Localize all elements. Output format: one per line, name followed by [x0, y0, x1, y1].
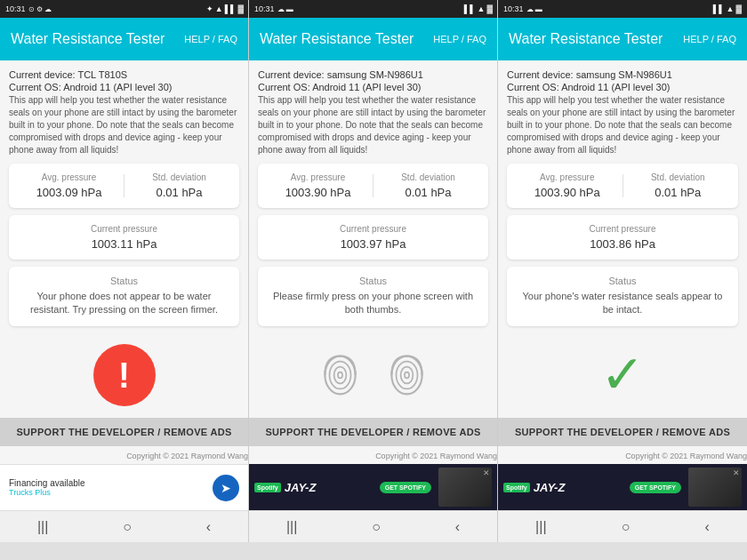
financing-title: Financing available [9, 478, 85, 488]
current-pressure-card-2: Current pressure 1003.97 hPa [258, 215, 488, 260]
ad-banner-3[interactable]: Spotify JAY-Z GET SPOTIFY ✕ [498, 464, 747, 510]
app-content-3: Current device: samsung SM-N986U1 Curren… [498, 60, 747, 418]
check-icon: ✓ [600, 348, 645, 402]
avg-pressure-col-3: Avg. pressure 1003.90 hPa [519, 172, 615, 199]
status-title-2: Status [270, 276, 476, 286]
help-faq-3[interactable]: HELP / FAQ [683, 34, 736, 44]
app-content-1: Current device: TCL T810S Current OS: An… [0, 60, 248, 418]
phone-3: 10:31 ☁ ▬ ▌▌ ▲ ▓ Water Resistance Tester… [498, 0, 747, 542]
nav-home-icon-2[interactable]: ○ [372, 519, 381, 535]
time-2: 10:31 [254, 4, 275, 13]
std-dev-label-2: Std. deviation [381, 172, 476, 182]
phone-1: 10:31 ⊙ ⚙ ☁ ✦ ▲ ▌▌ ▓ Water Resistance Te… [0, 0, 249, 542]
status-bar-1: 10:31 ⊙ ⚙ ☁ ✦ ▲ ▌▌ ▓ [0, 0, 249, 18]
time-1: 10:31 [5, 4, 26, 13]
avg-pressure-col-1: Avg. pressure 1003.09 hPa [21, 172, 116, 199]
ad-close-2[interactable]: ✕ [483, 469, 490, 477]
os-info-3: Current OS: Android 11 (API level 30) [507, 82, 738, 92]
avg-pressure-label-1: Avg. pressure [21, 172, 116, 182]
ad-banner-2[interactable]: Spotify JAY-Z GET SPOTIFY ✕ [249, 464, 497, 510]
get-spotify-btn-2[interactable]: GET SPOTIFY [380, 482, 431, 493]
app-title-2: Water Resistance Tester [260, 31, 414, 47]
avg-pressure-value-1: 1003.09 hPa [21, 186, 116, 199]
status-card-1: Status Your phone does not appear to be … [9, 267, 239, 326]
ad-close-3[interactable]: ✕ [733, 469, 740, 477]
nav-back-icon-1[interactable]: ‹ [206, 519, 211, 535]
device-info-3: Current device: samsung SM-N986U1 [507, 69, 738, 80]
svg-point-1 [329, 362, 350, 389]
current-pressure-card-1: Current pressure 1003.11 hPa [9, 215, 239, 260]
status-title-1: Status [21, 276, 227, 286]
avg-pressure-label-2: Avg. pressure [270, 172, 365, 182]
current-pressure-value-2: 1003.97 hPa [270, 237, 476, 251]
spotify-logo-2: Spotify [254, 483, 281, 492]
time-3: 10:31 [503, 4, 524, 13]
financing-bar[interactable]: Financing available Trucks Plus ➤ [0, 464, 248, 510]
copyright-1: Copyright © 2021 Raymond Wang [0, 450, 248, 464]
financing-sub: Trucks Plus [9, 488, 85, 497]
bt-icon: ✦ [206, 4, 213, 13]
nav-menu-icon-2[interactable]: ||| [286, 519, 297, 535]
current-pressure-label-1: Current pressure [21, 224, 227, 234]
battery-icon-2: ▓ [486, 4, 493, 13]
battery-icon-1: ▓ [237, 4, 244, 13]
support-btn-2[interactable]: SUPPORT THE DEVELOPER / REMOVE ADS [249, 418, 497, 446]
status-bar-2: 10:31 ☁ ▬ ▌▌ ▲ ▓ [249, 0, 498, 18]
help-faq-1[interactable]: HELP / FAQ [184, 34, 237, 44]
error-indicator-1: ! [93, 344, 156, 406]
svg-point-6 [400, 367, 413, 384]
nav-bar-3: ||| ○ ‹ [498, 510, 747, 542]
device-info-2: Current device: samsung SM-N986U1 [258, 69, 488, 80]
artist-name-2: JAY-Z [285, 481, 376, 494]
svg-point-2 [333, 367, 346, 384]
description-1: This app will help you test whether the … [9, 94, 239, 156]
std-dev-col-2: Std. deviation 0.01 hPa [381, 172, 476, 199]
svg-point-7 [404, 372, 408, 379]
spotify-logo-3: Spotify [503, 483, 530, 492]
std-dev-value-2: 0.01 hPa [381, 186, 476, 199]
nav-menu-icon-1[interactable]: ||| [37, 519, 48, 535]
current-pressure-value-3: 1003.86 hPa [519, 237, 726, 251]
phone-2: 10:31 ☁ ▬ ▌▌ ▲ ▓ Water Resistance Tester… [249, 0, 498, 542]
wifi-icon-2: ▲ [478, 4, 486, 13]
status-text-3: Your phone's water resistance seals appe… [519, 290, 726, 317]
indicator-area-2 [258, 333, 488, 418]
std-dev-label-1: Std. deviation [132, 172, 227, 182]
avg-pressure-col-2: Avg. pressure 1003.90 hPa [270, 172, 365, 199]
help-faq-2[interactable]: HELP / FAQ [433, 34, 486, 44]
std-dev-col-1: Std. deviation 0.01 hPa [132, 172, 227, 199]
wifi-icon-3: ▲ [727, 4, 735, 13]
nav-back-icon-2[interactable]: ‹ [455, 519, 460, 535]
app-header-1: Water Resistance Tester HELP / FAQ [0, 18, 248, 60]
nav-home-icon-1[interactable]: ○ [123, 519, 132, 535]
signal-icon-2: ▌▌ [464, 4, 476, 13]
support-btn-1[interactable]: SUPPORT THE DEVELOPER / REMOVE ADS [0, 418, 248, 446]
avg-pressure-value-2: 1003.90 hPa [270, 186, 365, 199]
fingerprint-icon-right [382, 348, 431, 402]
exclamation-icon: ! [118, 357, 130, 393]
app-header-2: Water Resistance Tester HELP / FAQ [249, 18, 497, 60]
status-card-3: Status Your phone's water resistance sea… [507, 267, 738, 326]
nav-back-icon-3[interactable]: ‹ [705, 519, 710, 535]
nav-menu-icon-3[interactable]: ||| [535, 519, 546, 535]
pressure-stats-card-2: Avg. pressure 1003.90 hPa Std. deviation… [258, 164, 488, 208]
os-info-2: Current OS: Android 11 (API level 30) [258, 82, 488, 92]
current-pressure-value-1: 1003.11 hPa [21, 237, 227, 251]
current-pressure-label-2: Current pressure [270, 224, 476, 234]
avg-pressure-label-3: Avg. pressure [519, 172, 615, 182]
avg-pressure-value-3: 1003.90 hPa [519, 186, 615, 199]
get-spotify-btn-3[interactable]: GET SPOTIFY [630, 482, 681, 493]
notification-icons-2: ☁ ▬ [277, 5, 293, 13]
nav-bar-2: ||| ○ ‹ [249, 510, 497, 542]
artist-name-3: JAY-Z [534, 481, 626, 494]
support-btn-3[interactable]: SUPPORT THE DEVELOPER / REMOVE ADS [498, 418, 747, 446]
std-dev-label-3: Std. deviation [631, 172, 727, 182]
std-dev-value-3: 0.01 hPa [631, 186, 727, 199]
ad-image-3: ✕ [688, 468, 742, 507]
notification-icons-3: ☁ ▬ [526, 5, 542, 13]
std-dev-value-1: 0.01 hPa [132, 186, 227, 199]
nav-home-icon-3[interactable]: ○ [622, 519, 631, 535]
svg-point-3 [337, 372, 341, 379]
indicator-area-3: ✓ [507, 333, 738, 418]
status-bar-3: 10:31 ☁ ▬ ▌▌ ▲ ▓ [498, 0, 747, 18]
